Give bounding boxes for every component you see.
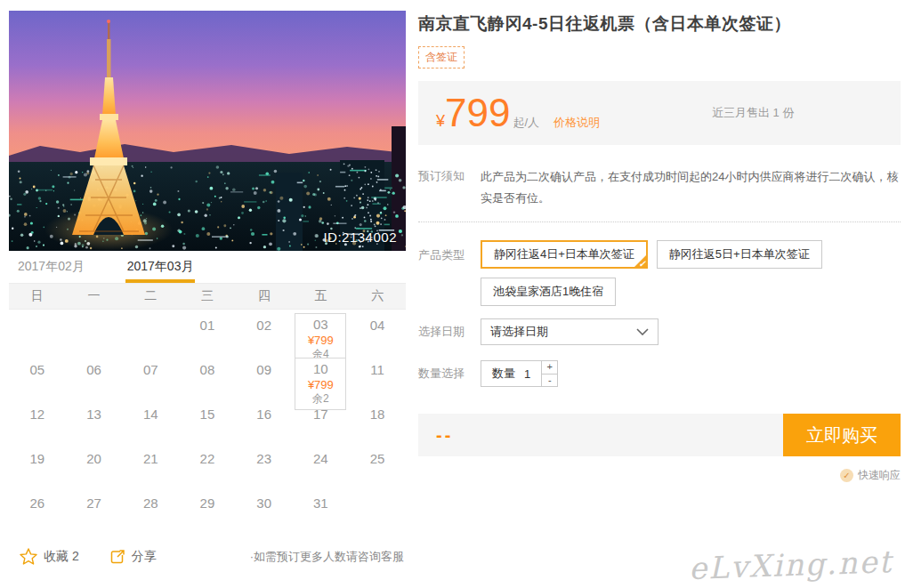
booking-notes-label: 预订须知 xyxy=(418,166,481,209)
weekday-header: 三 xyxy=(179,288,236,304)
calendar-day[interactable]: 01 xyxy=(179,311,236,356)
quick-response-row: ✓ 快速响应 xyxy=(418,468,901,483)
calendar-day[interactable]: 02 xyxy=(236,311,293,356)
price-explanation-link[interactable]: 价格说明 xyxy=(554,116,600,129)
quantity-value-box: 数量 1 xyxy=(481,360,542,387)
tokyo-tower-night-scene xyxy=(9,11,406,251)
day-number: 10 xyxy=(295,360,345,378)
weekday-header: 五 xyxy=(293,288,350,304)
calendar-tabs: 2017年02月2017年03月 xyxy=(9,251,406,283)
calendar-day[interactable]: 08 xyxy=(179,356,236,400)
qty-value: 1 xyxy=(524,367,530,381)
share-button[interactable]: 分享 xyxy=(109,549,157,565)
product-type-label: 产品类型 xyxy=(418,240,481,306)
calendar-day[interactable]: 07 xyxy=(122,356,179,400)
calendar-day[interactable]: 16 xyxy=(236,400,293,445)
page-title: 南京直飞静冈4-5日往返机票（含日本单次签证） xyxy=(418,12,901,36)
weekday-header: 二 xyxy=(122,288,179,304)
weekday-header: 日 xyxy=(9,288,66,304)
calendar-day[interactable]: 25 xyxy=(349,445,406,489)
watermark: eLvXing.net xyxy=(688,544,893,586)
buy-now-button[interactable]: 立即购买 xyxy=(783,414,901,456)
calendar-day[interactable]: 12 xyxy=(9,400,66,445)
calendar-day[interactable]: 11 xyxy=(349,356,406,400)
price-unit: 起/人 xyxy=(513,116,539,129)
selected-check-icon: ✓ xyxy=(638,260,645,269)
calendar-day[interactable]: 09 xyxy=(236,356,293,400)
visa-included-badge: 含签证 xyxy=(418,46,465,68)
sold-count: 近三月售出 1 份 xyxy=(712,81,794,145)
calendar-day[interactable]: 26 xyxy=(9,489,66,534)
calendar-day[interactable]: 15 xyxy=(179,400,236,445)
price-band: ¥799起/人价格说明 近三月售出 1 份 xyxy=(418,81,901,145)
calendar-grid: 010203¥799余404050607080910¥799余211121314… xyxy=(9,310,406,534)
date-section: 选择日期 请选择日期 xyxy=(418,318,901,345)
collect-label[interactable]: 收藏 2 xyxy=(44,549,79,565)
weekday-header: 一 xyxy=(66,288,123,304)
qty-caption: 数量 xyxy=(492,366,515,382)
product-type-option[interactable]: 静冈往返4日+日本单次签证✓ xyxy=(481,240,648,269)
qty-decrease-button[interactable]: - xyxy=(542,375,558,388)
total-price-placeholder: -- xyxy=(436,425,453,446)
divider xyxy=(418,222,901,222)
day-price: ¥799 xyxy=(295,378,345,393)
calendar-day[interactable]: 27 xyxy=(66,489,123,534)
product-type-section: 产品类型 静冈往返4日+日本单次签证✓静冈往返5日+日本单次签证池袋皇家酒店1晚… xyxy=(418,240,901,306)
date-select[interactable]: 请选择日期 xyxy=(481,318,659,345)
calendar-tab[interactable]: 2017年02月 xyxy=(16,252,86,283)
calendar-tab[interactable]: 2017年03月 xyxy=(125,252,196,283)
star-icon[interactable] xyxy=(20,548,37,565)
calendar-day[interactable]: 30 xyxy=(236,489,293,534)
calendar-day[interactable]: 06 xyxy=(66,356,123,400)
product-panel: 南京直飞静冈4-5日往返机票（含日本单次签证） 含签证 ¥799起/人价格说明 … xyxy=(418,12,901,483)
qty-increase-button[interactable]: + xyxy=(542,360,558,375)
calendar-day[interactable]: 31 xyxy=(293,489,350,534)
price-amount: 799 xyxy=(445,91,510,134)
calendar-day[interactable]: 23 xyxy=(236,445,293,489)
quantity-label: 数量选择 xyxy=(418,366,481,382)
calendar-day[interactable]: 24 xyxy=(293,445,350,489)
weekday-header: 六 xyxy=(349,288,406,304)
calendar-day[interactable]: 13 xyxy=(66,400,123,445)
favorites-row: 收藏 2 分享 ·如需预订更多人数请咨询客服 xyxy=(9,548,406,565)
booking-notes-text: 此产品为二次确认产品，在支付成功时间起的24小时内供应商将进行二次确认，核实是否… xyxy=(481,166,899,209)
date-label: 选择日期 xyxy=(418,324,481,340)
calendar-day[interactable]: 17 xyxy=(293,400,350,445)
calendar-day-empty xyxy=(66,311,123,356)
date-select-value: 请选择日期 xyxy=(490,324,548,340)
check-circle-icon: ✓ xyxy=(840,469,853,482)
day-price: ¥799 xyxy=(295,334,345,349)
calendar-day[interactable]: 21 xyxy=(122,445,179,489)
calendar-day[interactable]: 14 xyxy=(122,400,179,445)
purchase-bar: -- 立即购买 xyxy=(418,414,901,456)
product-type-option[interactable]: 静冈往返5日+日本单次签证 xyxy=(657,240,822,269)
calendar-day[interactable]: 20 xyxy=(66,445,123,489)
calendar-day[interactable]: 18 xyxy=(349,400,406,445)
chevron-down-icon xyxy=(636,328,649,335)
calendar-day[interactable]: 19 xyxy=(9,445,66,489)
product-type-option[interactable]: 池袋皇家酒店1晚住宿 xyxy=(481,278,616,306)
currency-symbol: ¥ xyxy=(436,112,445,130)
calendar-day[interactable]: 10¥799余2 xyxy=(293,356,350,400)
more-people-note: ·如需预订更多人数请咨询客服 xyxy=(250,549,404,565)
calendar-day[interactable]: 05 xyxy=(9,356,66,400)
quick-response-label: 快速响应 xyxy=(858,468,901,483)
calendar-day[interactable]: 28 xyxy=(122,489,179,534)
share-label: 分享 xyxy=(132,549,157,565)
booking-notes-section: 预订须知 此产品为二次确认产品，在支付成功时间起的24小时内供应商将进行二次确认… xyxy=(418,166,901,209)
calendar-day-empty xyxy=(349,489,406,534)
calendar-day[interactable]: 22 xyxy=(179,445,236,489)
day-number: 03 xyxy=(295,316,345,334)
calendar-day-empty xyxy=(122,311,179,356)
photo-id-label: ID:2134002 xyxy=(323,230,397,245)
calendar-day[interactable]: 04 xyxy=(349,311,406,356)
calendar-week-header: 日一二三四五六 xyxy=(9,283,406,310)
calendar-day[interactable]: 29 xyxy=(179,489,236,534)
weekday-header: 四 xyxy=(236,288,293,304)
calendar-day[interactable]: 03¥799余4 xyxy=(293,311,350,356)
quantity-section: 数量选择 数量 1 + - xyxy=(418,360,901,387)
stepper-buttons: + - xyxy=(542,360,558,387)
product-type-options: 静冈往返4日+日本单次签证✓静冈往返5日+日本单次签证池袋皇家酒店1晚住宿 xyxy=(481,240,901,306)
quantity-stepper: 数量 1 + - xyxy=(481,360,558,387)
calendar-day-empty xyxy=(9,311,66,356)
